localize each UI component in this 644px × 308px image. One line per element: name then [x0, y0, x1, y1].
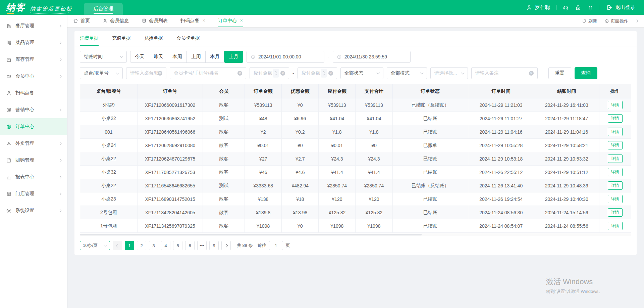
- search-button[interactable]: 查询: [575, 67, 597, 79]
- subtab-消费单据[interactable]: 消费单据: [80, 31, 99, 46]
- goto-page-input[interactable]: [269, 241, 283, 250]
- subtab-会员卡单据[interactable]: 会员卡单据: [176, 31, 200, 46]
- tab-订单中心[interactable]: 订单中心✕: [218, 15, 243, 27]
- next-page-button[interactable]: [221, 241, 231, 250]
- page-5[interactable]: 5: [173, 241, 182, 250]
- page-more[interactable]: •••: [197, 241, 207, 250]
- table-number-placeholder: 请输入桌台/取: [130, 70, 158, 76]
- date-from-input[interactable]: 2024/11/01 00:00:00: [247, 51, 324, 63]
- clear-icon[interactable]: ✕: [529, 71, 534, 76]
- sidebar-item-会员中心[interactable]: 会员中心: [0, 68, 67, 85]
- tabbar-expand-chevron-icon[interactable]: [635, 19, 639, 23]
- page-ops-icon: [604, 19, 609, 24]
- table-cell: 2024-11-29 10:53:18: [468, 152, 534, 166]
- filter-row-search: 桌台/取单号 请输入桌台/取 ✕ 会员卡号/手机号/姓名 ✕ 应付金额: [80, 67, 631, 79]
- sidebar-item-门店管理[interactable]: 门店管理: [0, 185, 67, 202]
- operator-select[interactable]: 请选择操...: [430, 67, 468, 79]
- table-cell: 散客: [203, 125, 245, 139]
- close-icon[interactable]: ✕: [202, 18, 205, 23]
- table-horizontal-scrollbar[interactable]: [80, 233, 631, 236]
- order-mode-select[interactable]: 全部模式: [387, 67, 427, 79]
- chevron-right-icon: [58, 58, 62, 61]
- detail-button[interactable]: 详情: [608, 114, 623, 123]
- page-2[interactable]: 2: [137, 241, 146, 250]
- sidebar-item-菜品管理[interactable]: 菜品管理: [0, 34, 67, 51]
- tab-会员列表[interactable]: 会员列表: [142, 15, 168, 27]
- sidebar-item-库存管理[interactable]: 库存管理: [0, 51, 67, 68]
- user-avatar-icon: [526, 4, 532, 11]
- sidebar-item-营销中心[interactable]: 营销中心: [0, 101, 67, 118]
- remark-input[interactable]: 请输入备注 ✕: [471, 67, 538, 79]
- detail-button[interactable]: 详情: [608, 141, 623, 149]
- sidebar-item-系统设置[interactable]: 系统设置: [0, 202, 67, 219]
- member-search-input[interactable]: 会员卡号/手机号/姓名 ✕: [170, 67, 246, 79]
- sidebar-item-报表中心[interactable]: 报表中心: [0, 169, 67, 185]
- table-cell: 散客: [203, 98, 245, 112]
- detail-button[interactable]: 详情: [608, 155, 623, 163]
- page-3[interactable]: 3: [149, 241, 158, 250]
- tab-扫码点餐[interactable]: 扫码点餐✕: [180, 15, 205, 27]
- amount-max-input[interactable]: 应付金额 ✕: [298, 67, 337, 79]
- sidebar-item-外卖管理[interactable]: 外卖管理: [0, 135, 67, 152]
- detail-button[interactable]: 详情: [608, 181, 623, 190]
- amount-min-input[interactable]: 应付金额 ✕: [250, 67, 289, 79]
- user-menu[interactable]: 罗仁聪: [526, 4, 550, 11]
- notification-bell-icon[interactable]: [587, 4, 594, 11]
- quick-range-上周[interactable]: 上周: [186, 51, 206, 63]
- date-to-input[interactable]: 2024/11/30 23:59:59: [333, 51, 411, 63]
- table-cell: XF17120640561496066: [137, 125, 203, 139]
- support-headset-icon[interactable]: [562, 4, 569, 11]
- tab-会员信息[interactable]: 会员信息: [103, 15, 129, 27]
- sidebar-item-订单中心[interactable]: 订单中心: [0, 118, 67, 135]
- page-6[interactable]: 6: [185, 241, 195, 250]
- number-stepper[interactable]: [321, 69, 327, 78]
- tab-首页[interactable]: 首页: [73, 15, 90, 27]
- sidebar-item-扫码点餐[interactable]: 扫码点餐: [0, 85, 67, 101]
- detail-button[interactable]: 详情: [608, 222, 623, 230]
- quick-range-今天[interactable]: 今天: [130, 51, 149, 63]
- crown-icon: [6, 74, 12, 79]
- home-icon: [73, 18, 78, 23]
- sidebar-item-餐厅管理[interactable]: 餐厅管理: [0, 17, 67, 34]
- clear-icon[interactable]: ✕: [158, 71, 162, 76]
- sidebar-item-团购管理[interactable]: 团购管理: [0, 152, 67, 169]
- pagination: 10条/页 123456•••9 共 89 条 前往 页: [80, 241, 631, 250]
- subtab-兑换单据[interactable]: 兑换单据: [144, 31, 163, 46]
- detail-button[interactable]: 详情: [608, 168, 623, 176]
- logout-button[interactable]: 退出登录: [606, 4, 635, 11]
- stepper-down-icon: [323, 73, 325, 75]
- page-9[interactable]: 9: [209, 241, 219, 250]
- orders-table: 桌台/取餐号订单号会员订单金额优惠金额应付金额支付合计订单状态订单时间结账时间操…: [80, 84, 631, 233]
- detail-button[interactable]: 详情: [608, 195, 623, 203]
- clear-icon[interactable]: ✕: [328, 71, 333, 76]
- reset-button[interactable]: 重置: [548, 67, 571, 79]
- table-row: 小桌22XF17120636863741952测试¥48¥6.96¥41.04¥…: [80, 112, 631, 125]
- detail-button[interactable]: 详情: [608, 208, 623, 217]
- table-cell: ¥120: [319, 192, 356, 206]
- refresh-button[interactable]: 刷新: [582, 18, 597, 24]
- number-stepper[interactable]: [273, 69, 279, 78]
- lock-icon[interactable]: [575, 4, 581, 11]
- detail-button[interactable]: 详情: [608, 101, 623, 109]
- clear-icon[interactable]: ✕: [280, 71, 285, 76]
- page-ops-button[interactable]: 页面操作: [604, 18, 628, 24]
- page-1[interactable]: 1: [125, 241, 134, 250]
- column-header-订单号: 订单号: [137, 84, 203, 98]
- page-size-select[interactable]: 10条/页: [80, 241, 110, 250]
- close-icon[interactable]: ✕: [240, 18, 243, 23]
- table-number-input[interactable]: 请输入桌台/取 ✕: [126, 67, 166, 79]
- clear-icon[interactable]: ✕: [237, 71, 242, 76]
- table-number-select[interactable]: 桌台/取单号: [80, 67, 123, 79]
- detail-button[interactable]: 详情: [608, 128, 623, 136]
- order-status-select[interactable]: 全部状态: [340, 67, 383, 79]
- quick-range-本周[interactable]: 本周: [168, 51, 187, 63]
- quick-range-昨天[interactable]: 昨天: [149, 51, 168, 63]
- page-4[interactable]: 4: [161, 241, 170, 250]
- quick-range-本月[interactable]: 本月: [205, 51, 224, 63]
- backend-manage-tab[interactable]: 后台管理: [84, 3, 123, 15]
- scrollbar-thumb[interactable]: [80, 234, 422, 235]
- quick-range-上月[interactable]: 上月: [224, 51, 243, 63]
- prev-page-button[interactable]: [113, 241, 122, 250]
- time-field-select[interactable]: 结账时间: [80, 51, 127, 63]
- subtab-充值单据[interactable]: 充值单据: [112, 31, 131, 46]
